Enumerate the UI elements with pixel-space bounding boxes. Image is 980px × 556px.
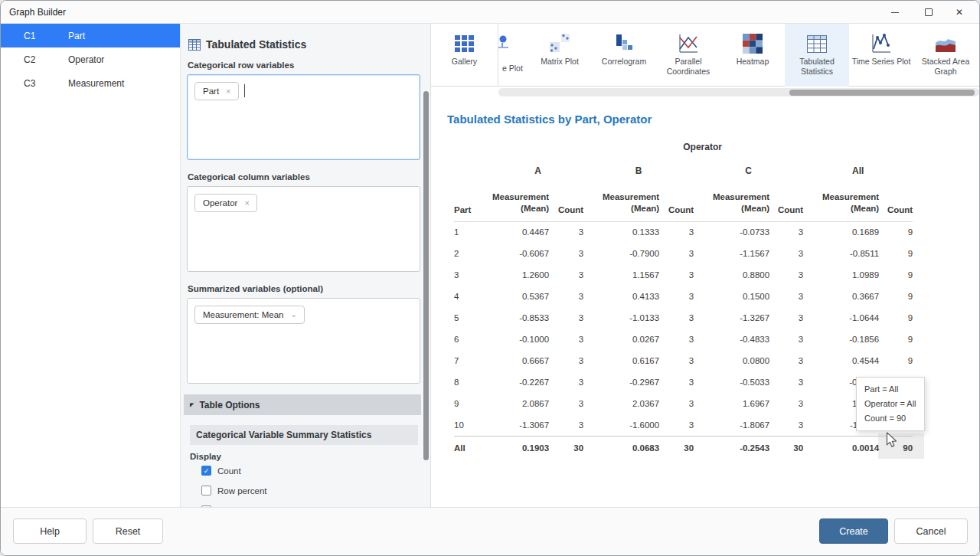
part-cell[interactable]: 1 <box>454 221 492 243</box>
remove-chip-icon[interactable]: × <box>244 199 249 208</box>
count-cell[interactable]: 3 <box>549 286 583 307</box>
table-options-expander[interactable]: ◤ Table Options <box>184 394 421 415</box>
mean-cell[interactable]: -0.8533 <box>492 307 549 329</box>
mean-cell[interactable]: 2.0367 <box>583 393 659 414</box>
count-cell[interactable]: 3 <box>549 350 583 371</box>
column-variables-dropzone[interactable]: Operator × <box>187 186 420 272</box>
count-cell[interactable]: 3 <box>659 243 694 264</box>
mean-cell[interactable]: 0.6667 <box>492 350 549 371</box>
part-cell[interactable]: 6 <box>454 329 492 350</box>
create-button[interactable]: Create <box>819 518 888 544</box>
close-button[interactable]: ✕ <box>944 1 975 24</box>
mean-cell[interactable]: -1.0644 <box>803 307 879 329</box>
count-cell[interactable]: 30 <box>659 436 694 460</box>
count-cell[interactable]: 3 <box>769 221 803 243</box>
gallery-item-clipped-plot[interactable]: e Plot <box>498 24 528 87</box>
scrollbar-thumb[interactable] <box>423 91 429 460</box>
count-cell[interactable]: 3 <box>549 329 583 350</box>
count-cell[interactable]: 30 <box>769 436 803 460</box>
mean-cell[interactable]: -1.0133 <box>583 307 659 329</box>
part-cell[interactable]: 4 <box>454 286 492 307</box>
mean-cell[interactable]: 0.5367 <box>492 286 549 307</box>
count-cell[interactable]: 9 <box>879 264 913 286</box>
maximize-button[interactable] <box>913 1 944 24</box>
count-cell[interactable]: 3 <box>769 414 803 436</box>
count-cell[interactable]: 3 <box>769 393 803 414</box>
summarized-variables-dropzone[interactable]: Measurement: Mean ⌄ <box>187 298 420 384</box>
help-button[interactable]: Help <box>13 518 87 544</box>
mean-cell[interactable]: -0.5033 <box>694 371 769 393</box>
count-cell[interactable]: 3 <box>769 371 803 393</box>
gallery-item-correlogram[interactable]: Correlogram <box>592 24 656 87</box>
mean-cell[interactable]: 0.8800 <box>694 264 769 286</box>
checkbox-count[interactable]: ✓ Count <box>201 466 416 476</box>
mean-cell[interactable]: 0.0683 <box>583 436 659 460</box>
mean-cell[interactable]: 0.0267 <box>583 329 659 350</box>
mean-cell[interactable]: -0.7900 <box>583 243 659 264</box>
sidebar-item-measurement[interactable]: C3 Measurement <box>1 71 180 95</box>
count-cell[interactable]: 3 <box>769 307 803 329</box>
count-cell[interactable]: 9 <box>879 350 913 371</box>
variable-chip-part[interactable]: Part × <box>194 82 239 100</box>
count-cell[interactable]: 3 <box>549 393 583 414</box>
checkbox-checked-icon[interactable]: ✓ <box>201 466 211 476</box>
row-variables-dropzone[interactable]: Part × <box>187 74 420 160</box>
part-cell[interactable]: 9 <box>454 393 492 414</box>
count-cell[interactable]: 3 <box>549 221 583 243</box>
count-cell[interactable]: 3 <box>659 307 694 329</box>
part-cell[interactable]: 10 <box>454 414 492 436</box>
minimize-button[interactable] <box>880 1 910 24</box>
mean-cell[interactable]: 0.3667 <box>803 286 879 307</box>
mean-cell[interactable]: 1.6967 <box>694 393 769 414</box>
count-cell[interactable]: 9 <box>879 221 913 243</box>
mean-cell[interactable]: -0.2267 <box>492 371 549 393</box>
count-cell[interactable]: 3 <box>549 414 583 436</box>
mean-cell[interactable]: 0.1689 <box>803 221 879 243</box>
part-cell[interactable]: 5 <box>454 307 492 329</box>
mean-cell[interactable]: -1.3267 <box>694 307 769 329</box>
checkbox-row-percent[interactable]: Row percent <box>201 486 416 495</box>
count-cell[interactable]: 3 <box>549 264 583 286</box>
mean-cell[interactable]: -0.1000 <box>492 329 549 350</box>
count-cell[interactable]: 30 <box>549 436 583 460</box>
mean-cell[interactable]: -0.6067 <box>492 243 549 264</box>
gallery-horizontal-scrollbar[interactable] <box>498 88 979 96</box>
gallery-item-matrix-plot[interactable]: Matrix Plot <box>528 24 592 87</box>
mean-cell[interactable]: -0.8511 <box>803 243 879 264</box>
variable-chip-measurement-mean[interactable]: Measurement: Mean ⌄ <box>194 306 305 324</box>
sidebar-item-operator[interactable]: C2 Operator <box>1 47 180 71</box>
mean-cell[interactable]: -0.1856 <box>803 329 879 350</box>
mean-cell[interactable]: -1.1567 <box>694 243 769 264</box>
count-cell[interactable]: 3 <box>659 221 694 243</box>
part-cell[interactable]: 7 <box>454 350 492 371</box>
mean-cell[interactable]: 0.0014 <box>803 436 879 460</box>
reset-button[interactable]: Reset <box>93 518 163 544</box>
mean-cell[interactable]: 0.1903 <box>492 436 549 460</box>
count-cell[interactable]: 9 <box>879 329 913 350</box>
count-cell[interactable]: 3 <box>549 307 583 329</box>
mean-cell[interactable]: 0.4467 <box>492 221 549 243</box>
scrollbar-thumb[interactable] <box>789 90 975 96</box>
count-cell[interactable]: 3 <box>769 264 803 286</box>
count-cell[interactable]: 3 <box>769 329 803 350</box>
count-cell[interactable]: 3 <box>659 371 694 393</box>
count-cell[interactable]: 3 <box>659 286 694 307</box>
mean-cell[interactable]: 0.1500 <box>694 286 769 307</box>
cancel-button[interactable]: Cancel <box>894 518 968 544</box>
mean-cell[interactable]: -0.2967 <box>583 371 659 393</box>
part-cell[interactable]: 2 <box>454 243 492 264</box>
gallery-item-parallel-coordinates[interactable]: Parallel Coordinates <box>656 24 720 87</box>
part-cell[interactable]: 8 <box>454 371 492 393</box>
checkbox-unchecked-icon[interactable] <box>201 486 211 495</box>
gallery-item-heatmap[interactable]: Heatmap <box>720 24 785 87</box>
count-cell[interactable]: 3 <box>549 371 583 393</box>
count-cell[interactable]: 3 <box>659 264 694 286</box>
mean-cell[interactable]: 0.1333 <box>583 221 659 243</box>
mean-cell[interactable]: -0.2543 <box>694 436 769 460</box>
mean-cell[interactable]: -1.8067 <box>694 414 769 436</box>
mean-cell[interactable]: 0.4544 <box>803 350 879 371</box>
mean-cell[interactable]: 0.0800 <box>694 350 769 371</box>
mean-cell[interactable]: -0.4833 <box>694 329 769 350</box>
part-cell[interactable]: All <box>454 436 492 460</box>
mean-cell[interactable]: 1.0989 <box>803 264 879 286</box>
